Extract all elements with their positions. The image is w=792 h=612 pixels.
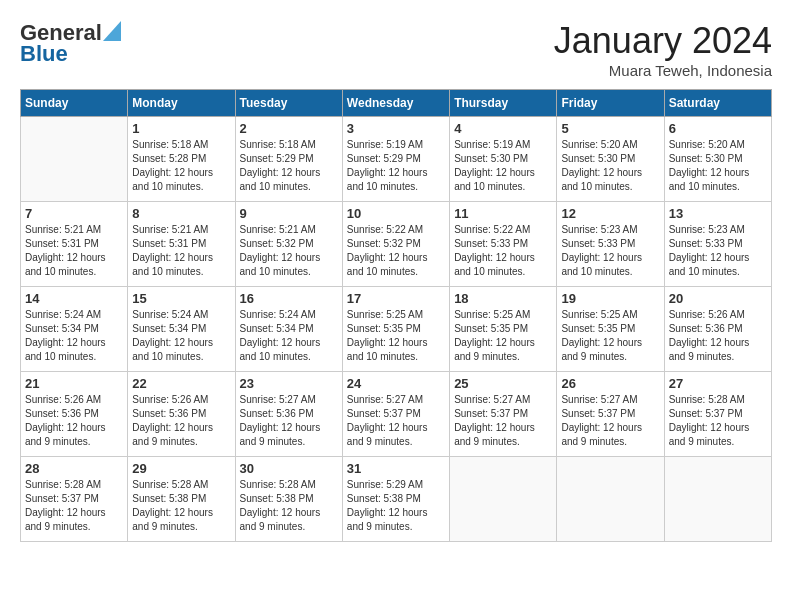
day-number: 1 <box>132 121 230 136</box>
day-number: 27 <box>669 376 767 391</box>
logo-triangle-icon <box>103 21 121 41</box>
day-info: Sunrise: 5:25 AM Sunset: 5:35 PM Dayligh… <box>561 308 659 364</box>
day-number: 15 <box>132 291 230 306</box>
day-number: 6 <box>669 121 767 136</box>
day-number: 31 <box>347 461 445 476</box>
day-info: Sunrise: 5:24 AM Sunset: 5:34 PM Dayligh… <box>25 308 123 364</box>
calendar-cell: 3Sunrise: 5:19 AM Sunset: 5:29 PM Daylig… <box>342 117 449 202</box>
day-info: Sunrise: 5:27 AM Sunset: 5:36 PM Dayligh… <box>240 393 338 449</box>
svg-marker-0 <box>103 21 121 41</box>
day-number: 4 <box>454 121 552 136</box>
day-number: 3 <box>347 121 445 136</box>
calendar-cell: 6Sunrise: 5:20 AM Sunset: 5:30 PM Daylig… <box>664 117 771 202</box>
day-info: Sunrise: 5:28 AM Sunset: 5:37 PM Dayligh… <box>25 478 123 534</box>
day-info: Sunrise: 5:24 AM Sunset: 5:34 PM Dayligh… <box>240 308 338 364</box>
calendar-cell: 17Sunrise: 5:25 AM Sunset: 5:35 PM Dayli… <box>342 287 449 372</box>
weekday-header-row: SundayMondayTuesdayWednesdayThursdayFrid… <box>21 90 772 117</box>
calendar-cell: 2Sunrise: 5:18 AM Sunset: 5:29 PM Daylig… <box>235 117 342 202</box>
day-number: 22 <box>132 376 230 391</box>
calendar-cell: 20Sunrise: 5:26 AM Sunset: 5:36 PM Dayli… <box>664 287 771 372</box>
day-number: 12 <box>561 206 659 221</box>
calendar-cell: 28Sunrise: 5:28 AM Sunset: 5:37 PM Dayli… <box>21 457 128 542</box>
calendar-cell: 8Sunrise: 5:21 AM Sunset: 5:31 PM Daylig… <box>128 202 235 287</box>
week-row-3: 14Sunrise: 5:24 AM Sunset: 5:34 PM Dayli… <box>21 287 772 372</box>
day-number: 18 <box>454 291 552 306</box>
day-info: Sunrise: 5:27 AM Sunset: 5:37 PM Dayligh… <box>561 393 659 449</box>
day-number: 24 <box>347 376 445 391</box>
day-info: Sunrise: 5:20 AM Sunset: 5:30 PM Dayligh… <box>669 138 767 194</box>
day-info: Sunrise: 5:26 AM Sunset: 5:36 PM Dayligh… <box>669 308 767 364</box>
week-row-5: 28Sunrise: 5:28 AM Sunset: 5:37 PM Dayli… <box>21 457 772 542</box>
calendar-table: SundayMondayTuesdayWednesdayThursdayFrid… <box>20 89 772 542</box>
day-info: Sunrise: 5:22 AM Sunset: 5:32 PM Dayligh… <box>347 223 445 279</box>
weekday-header-wednesday: Wednesday <box>342 90 449 117</box>
day-number: 7 <box>25 206 123 221</box>
calendar-cell <box>557 457 664 542</box>
day-info: Sunrise: 5:25 AM Sunset: 5:35 PM Dayligh… <box>347 308 445 364</box>
calendar-cell: 21Sunrise: 5:26 AM Sunset: 5:36 PM Dayli… <box>21 372 128 457</box>
day-number: 2 <box>240 121 338 136</box>
day-number: 5 <box>561 121 659 136</box>
week-row-4: 21Sunrise: 5:26 AM Sunset: 5:36 PM Dayli… <box>21 372 772 457</box>
calendar-cell: 19Sunrise: 5:25 AM Sunset: 5:35 PM Dayli… <box>557 287 664 372</box>
day-number: 11 <box>454 206 552 221</box>
calendar-cell: 25Sunrise: 5:27 AM Sunset: 5:37 PM Dayli… <box>450 372 557 457</box>
day-info: Sunrise: 5:28 AM Sunset: 5:38 PM Dayligh… <box>240 478 338 534</box>
week-row-1: 1Sunrise: 5:18 AM Sunset: 5:28 PM Daylig… <box>21 117 772 202</box>
calendar-cell: 12Sunrise: 5:23 AM Sunset: 5:33 PM Dayli… <box>557 202 664 287</box>
day-info: Sunrise: 5:18 AM Sunset: 5:29 PM Dayligh… <box>240 138 338 194</box>
calendar-title: January 2024 <box>554 20 772 62</box>
calendar-cell: 9Sunrise: 5:21 AM Sunset: 5:32 PM Daylig… <box>235 202 342 287</box>
calendar-cell: 10Sunrise: 5:22 AM Sunset: 5:32 PM Dayli… <box>342 202 449 287</box>
calendar-cell: 15Sunrise: 5:24 AM Sunset: 5:34 PM Dayli… <box>128 287 235 372</box>
day-number: 16 <box>240 291 338 306</box>
day-info: Sunrise: 5:20 AM Sunset: 5:30 PM Dayligh… <box>561 138 659 194</box>
day-number: 29 <box>132 461 230 476</box>
day-number: 23 <box>240 376 338 391</box>
calendar-cell: 13Sunrise: 5:23 AM Sunset: 5:33 PM Dayli… <box>664 202 771 287</box>
calendar-cell: 1Sunrise: 5:18 AM Sunset: 5:28 PM Daylig… <box>128 117 235 202</box>
logo-blue: Blue <box>20 41 121 66</box>
weekday-header-tuesday: Tuesday <box>235 90 342 117</box>
day-info: Sunrise: 5:19 AM Sunset: 5:29 PM Dayligh… <box>347 138 445 194</box>
day-info: Sunrise: 5:23 AM Sunset: 5:33 PM Dayligh… <box>561 223 659 279</box>
calendar-cell <box>450 457 557 542</box>
day-number: 21 <box>25 376 123 391</box>
calendar-cell: 23Sunrise: 5:27 AM Sunset: 5:36 PM Dayli… <box>235 372 342 457</box>
calendar-cell: 11Sunrise: 5:22 AM Sunset: 5:33 PM Dayli… <box>450 202 557 287</box>
day-number: 28 <box>25 461 123 476</box>
day-number: 9 <box>240 206 338 221</box>
day-info: Sunrise: 5:21 AM Sunset: 5:31 PM Dayligh… <box>132 223 230 279</box>
day-info: Sunrise: 5:19 AM Sunset: 5:30 PM Dayligh… <box>454 138 552 194</box>
day-info: Sunrise: 5:22 AM Sunset: 5:33 PM Dayligh… <box>454 223 552 279</box>
day-number: 25 <box>454 376 552 391</box>
day-info: Sunrise: 5:26 AM Sunset: 5:36 PM Dayligh… <box>132 393 230 449</box>
day-number: 17 <box>347 291 445 306</box>
calendar-cell: 29Sunrise: 5:28 AM Sunset: 5:38 PM Dayli… <box>128 457 235 542</box>
title-block: January 2024 Muara Teweh, Indonesia <box>554 20 772 79</box>
day-info: Sunrise: 5:21 AM Sunset: 5:31 PM Dayligh… <box>25 223 123 279</box>
day-number: 13 <box>669 206 767 221</box>
calendar-cell: 22Sunrise: 5:26 AM Sunset: 5:36 PM Dayli… <box>128 372 235 457</box>
weekday-header-friday: Friday <box>557 90 664 117</box>
weekday-header-sunday: Sunday <box>21 90 128 117</box>
calendar-cell: 30Sunrise: 5:28 AM Sunset: 5:38 PM Dayli… <box>235 457 342 542</box>
calendar-cell: 31Sunrise: 5:29 AM Sunset: 5:38 PM Dayli… <box>342 457 449 542</box>
calendar-cell: 14Sunrise: 5:24 AM Sunset: 5:34 PM Dayli… <box>21 287 128 372</box>
calendar-cell: 7Sunrise: 5:21 AM Sunset: 5:31 PM Daylig… <box>21 202 128 287</box>
weekday-header-monday: Monday <box>128 90 235 117</box>
day-info: Sunrise: 5:18 AM Sunset: 5:28 PM Dayligh… <box>132 138 230 194</box>
calendar-cell: 24Sunrise: 5:27 AM Sunset: 5:37 PM Dayli… <box>342 372 449 457</box>
day-info: Sunrise: 5:24 AM Sunset: 5:34 PM Dayligh… <box>132 308 230 364</box>
day-number: 20 <box>669 291 767 306</box>
calendar-cell: 18Sunrise: 5:25 AM Sunset: 5:35 PM Dayli… <box>450 287 557 372</box>
day-number: 19 <box>561 291 659 306</box>
calendar-cell: 4Sunrise: 5:19 AM Sunset: 5:30 PM Daylig… <box>450 117 557 202</box>
calendar-cell: 26Sunrise: 5:27 AM Sunset: 5:37 PM Dayli… <box>557 372 664 457</box>
day-info: Sunrise: 5:27 AM Sunset: 5:37 PM Dayligh… <box>347 393 445 449</box>
day-info: Sunrise: 5:26 AM Sunset: 5:36 PM Dayligh… <box>25 393 123 449</box>
calendar-subtitle: Muara Teweh, Indonesia <box>554 62 772 79</box>
day-info: Sunrise: 5:25 AM Sunset: 5:35 PM Dayligh… <box>454 308 552 364</box>
week-row-2: 7Sunrise: 5:21 AM Sunset: 5:31 PM Daylig… <box>21 202 772 287</box>
day-number: 14 <box>25 291 123 306</box>
